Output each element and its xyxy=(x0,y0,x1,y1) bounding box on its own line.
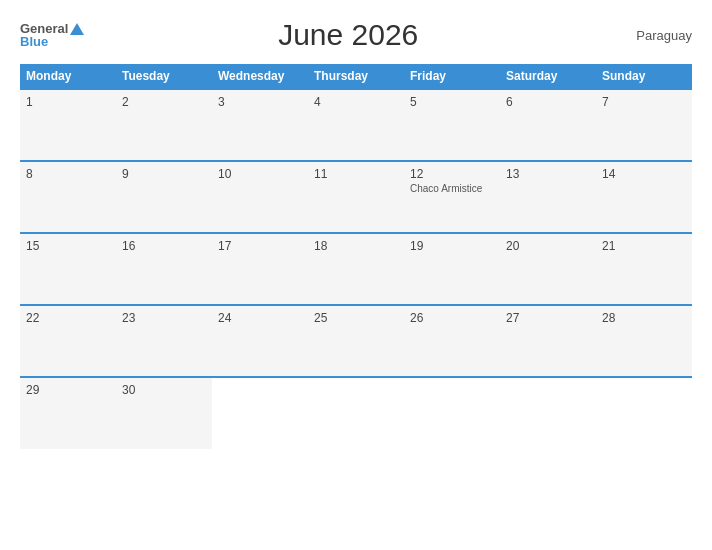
calendar-cell: 1 xyxy=(20,89,116,161)
calendar-cell: 18 xyxy=(308,233,404,305)
day-number: 22 xyxy=(26,311,110,325)
calendar-week-row: 2930 xyxy=(20,377,692,449)
calendar-cell: 13 xyxy=(500,161,596,233)
calendar-cell: 28 xyxy=(596,305,692,377)
weekday-thursday: Thursday xyxy=(308,64,404,89)
calendar-cell: 21 xyxy=(596,233,692,305)
day-number: 28 xyxy=(602,311,686,325)
weekday-tuesday: Tuesday xyxy=(116,64,212,89)
day-number: 11 xyxy=(314,167,398,181)
calendar-cell: 9 xyxy=(116,161,212,233)
header: General Blue June 2026 Paraguay xyxy=(20,18,692,52)
calendar-cell: 24 xyxy=(212,305,308,377)
calendar-cell: 26 xyxy=(404,305,500,377)
calendar-week-row: 89101112Chaco Armistice1314 xyxy=(20,161,692,233)
day-number: 18 xyxy=(314,239,398,253)
calendar-cell: 6 xyxy=(500,89,596,161)
weekday-monday: Monday xyxy=(20,64,116,89)
day-number: 25 xyxy=(314,311,398,325)
day-number: 6 xyxy=(506,95,590,109)
day-number: 12 xyxy=(410,167,494,181)
weekday-sunday: Sunday xyxy=(596,64,692,89)
day-number: 13 xyxy=(506,167,590,181)
day-number: 3 xyxy=(218,95,302,109)
calendar-cell xyxy=(596,377,692,449)
calendar-cell: 4 xyxy=(308,89,404,161)
logo-triangle-icon xyxy=(70,23,84,35)
calendar-cell: 17 xyxy=(212,233,308,305)
calendar-week-row: 15161718192021 xyxy=(20,233,692,305)
logo: General Blue xyxy=(20,22,84,48)
calendar-cell: 16 xyxy=(116,233,212,305)
calendar-title: June 2026 xyxy=(84,18,612,52)
calendar-cell: 8 xyxy=(20,161,116,233)
weekday-wednesday: Wednesday xyxy=(212,64,308,89)
calendar-cell: 20 xyxy=(500,233,596,305)
day-number: 21 xyxy=(602,239,686,253)
weekday-header-row: Monday Tuesday Wednesday Thursday Friday… xyxy=(20,64,692,89)
day-number: 8 xyxy=(26,167,110,181)
calendar-cell: 10 xyxy=(212,161,308,233)
calendar-cell: 19 xyxy=(404,233,500,305)
weekday-friday: Friday xyxy=(404,64,500,89)
day-number: 20 xyxy=(506,239,590,253)
calendar-cell: 14 xyxy=(596,161,692,233)
calendar-cell: 15 xyxy=(20,233,116,305)
calendar-cell xyxy=(404,377,500,449)
calendar-cell: 27 xyxy=(500,305,596,377)
day-number: 4 xyxy=(314,95,398,109)
calendar-cell: 12Chaco Armistice xyxy=(404,161,500,233)
calendar-cell xyxy=(500,377,596,449)
day-number: 29 xyxy=(26,383,110,397)
country-label: Paraguay xyxy=(612,28,692,43)
day-number: 5 xyxy=(410,95,494,109)
logo-blue-text: Blue xyxy=(20,35,48,48)
day-number: 19 xyxy=(410,239,494,253)
calendar-cell: 22 xyxy=(20,305,116,377)
calendar-cell: 11 xyxy=(308,161,404,233)
day-number: 7 xyxy=(602,95,686,109)
day-number: 26 xyxy=(410,311,494,325)
calendar-cell: 23 xyxy=(116,305,212,377)
day-number: 17 xyxy=(218,239,302,253)
day-number: 10 xyxy=(218,167,302,181)
day-number: 15 xyxy=(26,239,110,253)
day-number: 30 xyxy=(122,383,206,397)
day-number: 9 xyxy=(122,167,206,181)
day-number: 16 xyxy=(122,239,206,253)
day-number: 23 xyxy=(122,311,206,325)
event-text: Chaco Armistice xyxy=(410,183,494,194)
calendar-cell: 5 xyxy=(404,89,500,161)
calendar-week-row: 1234567 xyxy=(20,89,692,161)
calendar-cell: 29 xyxy=(20,377,116,449)
day-number: 2 xyxy=(122,95,206,109)
day-number: 27 xyxy=(506,311,590,325)
day-number: 1 xyxy=(26,95,110,109)
calendar-table: Monday Tuesday Wednesday Thursday Friday… xyxy=(20,64,692,449)
calendar-cell xyxy=(212,377,308,449)
day-number: 14 xyxy=(602,167,686,181)
calendar-cell: 3 xyxy=(212,89,308,161)
calendar-cell xyxy=(308,377,404,449)
calendar-cell: 25 xyxy=(308,305,404,377)
day-number: 24 xyxy=(218,311,302,325)
calendar-week-row: 22232425262728 xyxy=(20,305,692,377)
calendar-cell: 2 xyxy=(116,89,212,161)
calendar-cell: 7 xyxy=(596,89,692,161)
page: General Blue June 2026 Paraguay Monday T… xyxy=(0,0,712,550)
calendar-cell: 30 xyxy=(116,377,212,449)
weekday-saturday: Saturday xyxy=(500,64,596,89)
